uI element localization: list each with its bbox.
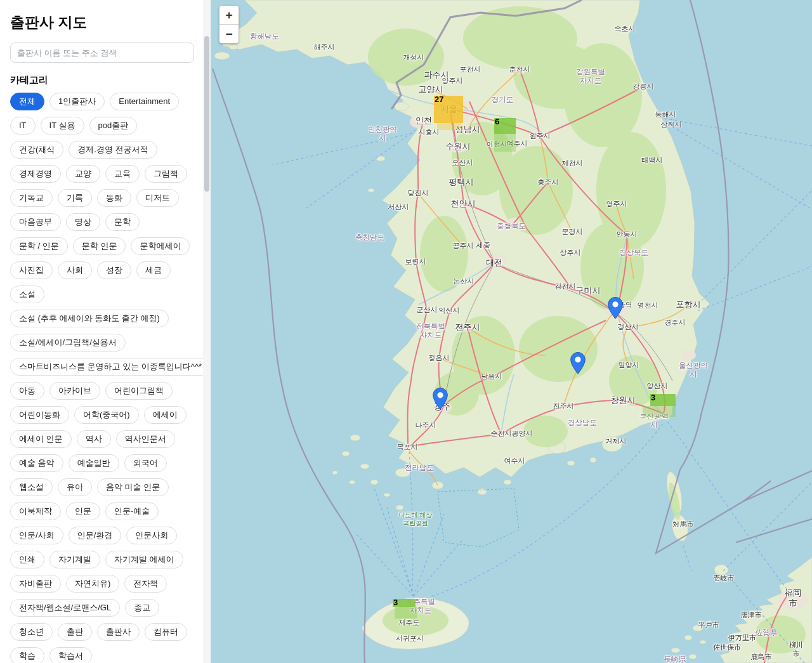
category-chip[interactable]: 경제.경영 전공서적: [69, 141, 157, 159]
category-chip[interactable]: 에세이: [144, 406, 187, 424]
page-title: 출판사 지도: [10, 13, 194, 32]
category-chip[interactable]: 인쇄: [10, 551, 44, 568]
category-chip[interactable]: 사회: [58, 261, 92, 279]
sidebar-scrollbar-thumb[interactable]: [204, 36, 209, 192]
category-chip[interactable]: 교육: [105, 165, 140, 183]
category-chip[interactable]: 문학에세이: [131, 237, 190, 255]
category-chip[interactable]: 디저트: [136, 189, 179, 207]
category-chip[interactable]: 에세이 인문: [10, 430, 72, 448]
category-chip[interactable]: 역사인문서: [116, 430, 175, 448]
map-zoom-control: + −: [219, 5, 239, 44]
category-chip[interactable]: 사진집: [10, 261, 53, 279]
category-chip[interactable]: 스마트비즈니스를 운영하고 있는 이종록입니다^^*: [10, 358, 211, 376]
zoom-out-button[interactable]: −: [219, 24, 239, 43]
category-chip[interactable]: 자기계발: [49, 551, 100, 568]
category-chip[interactable]: 청소년: [10, 623, 53, 641]
category-chip[interactable]: 어학(중국어): [74, 406, 139, 424]
category-chip[interactable]: 소설/에세이/그림책/실용서: [10, 334, 126, 351]
category-chip[interactable]: 출판사: [97, 623, 140, 641]
category-chip[interactable]: 인문: [66, 502, 100, 520]
category-chip[interactable]: 인문-예술: [105, 502, 159, 520]
category-chip[interactable]: 전체: [10, 93, 44, 110]
category-chip[interactable]: 음악 미술 인문: [97, 478, 169, 496]
category-chip[interactable]: Entertainment: [110, 93, 179, 110]
category-chip[interactable]: 외국어: [124, 454, 167, 472]
category-chip[interactable]: 유아: [58, 478, 92, 496]
category-chip[interactable]: 문학: [105, 213, 140, 231]
publisher-map-sidebar: 출판사 지도 카테고리 전체1인출판사EntertainmentITIT 실용p…: [0, 0, 211, 663]
publisher-pin[interactable]: [570, 352, 586, 374]
category-chip[interactable]: 아카이브: [49, 382, 100, 400]
category-chip[interactable]: pod출판: [89, 117, 138, 135]
category-chip[interactable]: 문학 인문: [73, 237, 126, 255]
category-chip[interactable]: 그림책: [145, 165, 187, 183]
category-chip[interactable]: 자기계발 에세이: [105, 551, 183, 568]
category-chip[interactable]: 어린이그림책: [105, 382, 173, 400]
category-chip[interactable]: IT: [10, 117, 36, 135]
category-chip[interactable]: 자연치유): [66, 575, 119, 593]
category-chip[interactable]: 동화: [97, 189, 131, 207]
category-chip[interactable]: 자비출판: [10, 575, 61, 593]
cluster-count: 6: [495, 117, 499, 126]
category-chip[interactable]: 전자책/웹소설/로맨스/GL: [10, 599, 120, 617]
category-section-label: 카테고리: [10, 74, 194, 86]
category-chip[interactable]: 역사: [77, 430, 111, 448]
category-chip[interactable]: 인문사회: [126, 527, 177, 544]
map-tiles: [211, 0, 812, 663]
cluster-count: 27: [435, 95, 443, 104]
category-chip[interactable]: 아동: [10, 382, 44, 400]
category-chip[interactable]: 세금: [136, 261, 171, 279]
publisher-pin[interactable]: [608, 297, 623, 319]
category-chip[interactable]: 컴퓨터: [145, 623, 187, 641]
category-chip[interactable]: 이북제작: [10, 502, 61, 520]
category-chip[interactable]: 소설: [10, 286, 44, 303]
category-chip[interactable]: 기독교: [10, 189, 53, 207]
category-chip[interactable]: 건강(채식: [10, 141, 63, 159]
category-chip[interactable]: 학습: [10, 647, 44, 663]
category-chip[interactable]: 인문/사회: [10, 527, 63, 544]
category-chip[interactable]: 문학 / 인문: [10, 237, 68, 255]
category-chip[interactable]: 학습서: [49, 647, 92, 663]
category-chip[interactable]: 예술일반: [69, 454, 119, 472]
cluster-count: 3: [651, 393, 655, 402]
publisher-pin[interactable]: [433, 388, 448, 410]
map-canvas[interactable]: 황해남도해주시개성시속초시파주시포천시양주시춘천시강원특별 자치도강릉시고양시경…: [211, 0, 812, 663]
category-chip[interactable]: 인문/환경: [69, 527, 122, 544]
category-chip[interactable]: 1인출판사: [49, 93, 105, 110]
category-chip[interactable]: 명상: [66, 213, 100, 231]
zoom-in-button[interactable]: +: [219, 6, 239, 24]
category-chip[interactable]: 경제경영: [10, 165, 61, 183]
category-chip[interactable]: 마음공부: [10, 213, 61, 231]
category-chip[interactable]: 웹소설: [10, 478, 53, 496]
category-chip[interactable]: 어린이동화: [10, 406, 69, 424]
sidebar-scrollbar-track[interactable]: [203, 0, 211, 663]
category-chip[interactable]: 전자책: [124, 575, 167, 593]
search-input[interactable]: [10, 43, 194, 63]
cluster-count: 3: [393, 598, 398, 607]
category-chip[interactable]: 예술 음악: [10, 454, 63, 472]
category-chip[interactable]: IT 실용: [41, 117, 84, 135]
category-chip[interactable]: 교양: [66, 165, 100, 183]
category-chip[interactable]: 출판: [58, 623, 92, 641]
category-chip[interactable]: 소설 (추후 에세이와 동화도 출간 예정): [10, 310, 169, 327]
category-chip-list: 전체1인출판사EntertainmentITIT 실용pod출판건강(채식경제.…: [10, 93, 194, 663]
category-chip[interactable]: 종교: [125, 599, 159, 617]
category-chip[interactable]: 기록: [58, 189, 92, 207]
category-chip[interactable]: 성장: [97, 261, 131, 279]
